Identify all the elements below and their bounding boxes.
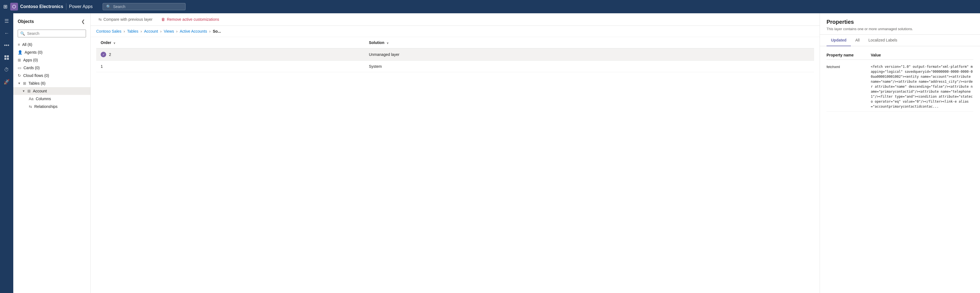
account-expand-icon: ▼ (22, 89, 25, 93)
compare-button[interactable]: ⇆ Compare with previous layer (96, 16, 154, 23)
objects-title: Objects (18, 19, 34, 24)
breadcrumb-tables[interactable]: Tables (127, 29, 138, 33)
properties-tabs: Updated All Localized Labels (820, 35, 980, 46)
tree-label-tables: Tables (6) (29, 81, 86, 86)
cell-solution-unmanaged: Unmanaged layer (364, 48, 814, 61)
search-container: 🔍 (13, 27, 91, 40)
table-row[interactable]: ✓ 2 Unmanaged layer (96, 48, 814, 61)
cell-order-1: 1 (96, 61, 364, 72)
breadcrumb-sep-5: › (209, 29, 211, 33)
properties-panel: Properties This layer contains one or mo… (819, 13, 980, 293)
objects-tree: ≡ All (6) 👤 Agents (0) ⊞ Apps (0) ▭ Card… (13, 40, 91, 293)
tree-item-account[interactable]: ▼ ⊞ Account (13, 87, 91, 95)
solution-sort-icon: ∨ (387, 41, 388, 45)
breadcrumb: Contoso Sales › Tables › Account › Views… (91, 26, 819, 37)
tab-localized-labels[interactable]: Localized Labels (864, 35, 902, 46)
tree-item-tables[interactable]: ▼ ⊞ Tables (6) (13, 80, 91, 87)
col-header-order[interactable]: Order ∨ (96, 37, 364, 48)
sidebar-history[interactable]: ⏱ (1, 64, 12, 75)
prop-name-fetchxml: fetchxml (827, 64, 871, 69)
icon-sidebar: ☰ ← ••• ⏱ 🚀 (0, 13, 13, 293)
top-bar-left: ⊞ Contoso Electronics Power Apps (3, 3, 92, 11)
objects-panel: Objects ❮ 🔍 ≡ All (6) 👤 Agents (0) (13, 13, 91, 293)
svg-rect-3 (7, 55, 9, 57)
list-icon: ≡ (18, 42, 20, 47)
search-icon: 🔍 (20, 31, 25, 36)
tree-label-columns: Columns (36, 97, 86, 101)
remove-button[interactable]: 🗑 Remove active customizations (159, 16, 221, 23)
breadcrumb-account[interactable]: Account (144, 29, 158, 33)
breadcrumb-active-accounts[interactable]: Active Accounts (180, 29, 207, 33)
tree-label-cloud-flows: Cloud flows (0) (23, 73, 86, 78)
breadcrumb-sep-2: › (140, 29, 142, 33)
search-input-box[interactable]: 🔍 (18, 30, 86, 37)
col-value: Value (871, 53, 974, 57)
selected-indicator: ✓ (101, 52, 106, 57)
center-panel: ⇆ Compare with previous layer 🗑 Remove a… (91, 13, 819, 293)
breadcrumb-current: So... (213, 29, 221, 33)
tree-item-columns[interactable]: Aa Columns (13, 95, 91, 103)
tree-label-cards: Cards (0) (24, 65, 86, 70)
waffle-icon[interactable]: ⊞ (3, 3, 8, 10)
col-header-solution[interactable]: Solution ∨ (364, 37, 814, 48)
solutions-table: Order ∨ Solution ∨ ✓ 2 (96, 37, 814, 72)
sidebar-hamburger[interactable]: ☰ (1, 16, 12, 27)
entity-icon (4, 55, 9, 60)
tab-updated[interactable]: Updated (827, 35, 851, 46)
prop-table: Property name Value fetchxml <fetch vers… (827, 51, 974, 111)
svg-rect-5 (7, 58, 9, 60)
agents-icon: 👤 (18, 50, 22, 54)
main-content: ☰ ← ••• ⏱ 🚀 Objects ❮ 🔍 (0, 13, 980, 293)
prop-table-header: Property name Value (827, 51, 974, 60)
tree-label-apps: Apps (0) (23, 58, 86, 62)
tree-label-agents: Agents (0) (25, 50, 86, 54)
cell-order-2: ✓ 2 (96, 48, 364, 61)
logo-svg (12, 4, 17, 9)
cards-icon: ▭ (18, 65, 21, 70)
top-search-input[interactable] (113, 5, 169, 9)
sidebar-dots[interactable]: ••• (1, 40, 12, 51)
account-table-icon: ⊞ (27, 89, 31, 93)
tables-expand-icon: ▼ (18, 81, 21, 85)
sidebar-back[interactable]: ← (1, 28, 12, 39)
table-row[interactable]: 1 System (96, 61, 814, 72)
properties-subtitle: This layer contains one or more unmanage… (827, 27, 974, 31)
tree-item-relationships[interactable]: ⇆ Relationships (13, 103, 91, 110)
app-logo-icon (10, 3, 18, 11)
properties-header: Properties This layer contains one or mo… (820, 13, 980, 35)
table-container: Order ∨ Solution ∨ ✓ 2 (91, 37, 819, 293)
columns-icon: Aa (29, 97, 33, 101)
top-search-bar[interactable]: 🔍 (103, 3, 186, 10)
tree-label-relationships: Relationships (34, 104, 86, 109)
breadcrumb-contoso-sales[interactable]: Contoso Sales (96, 29, 121, 33)
apps-icon: ⊞ (18, 58, 21, 62)
order-value-2: 2 (109, 52, 111, 57)
breadcrumb-sep-1: › (124, 29, 125, 33)
app-name: Contoso Electronics (20, 4, 63, 9)
tree-item-agents[interactable]: 👤 Agents (0) (13, 48, 91, 56)
remove-icon: 🗑 (161, 17, 165, 22)
prop-value-fetchxml: <fetch version="1.0" output-format="xml-… (871, 64, 974, 109)
prop-row-fetchxml: fetchxml <fetch version="1.0" output-for… (827, 62, 974, 111)
tree-item-cards[interactable]: ▭ Cards (0) (13, 64, 91, 72)
tree-label-all: All (6) (22, 42, 86, 47)
collapse-button[interactable]: ❮ (80, 18, 86, 25)
compare-label: Compare with previous layer (103, 17, 153, 22)
sidebar-rocket[interactable]: 🚀 (1, 76, 12, 88)
remove-label: Remove active customizations (167, 17, 219, 22)
objects-search-input[interactable] (27, 31, 84, 36)
power-apps-label: Power Apps (69, 4, 92, 9)
order-sort-icon: ∨ (113, 41, 115, 45)
sidebar-entity[interactable] (1, 52, 12, 63)
breadcrumb-sep-3: › (160, 29, 161, 33)
breadcrumb-views[interactable]: Views (164, 29, 174, 33)
svg-rect-2 (5, 55, 6, 57)
properties-title: Properties (827, 19, 974, 25)
relationships-icon: ⇆ (29, 104, 32, 109)
search-icon-top: 🔍 (106, 5, 111, 9)
tree-item-cloud-flows[interactable]: ↻ Cloud flows (0) (13, 72, 91, 80)
tree-item-apps[interactable]: ⊞ Apps (0) (13, 56, 91, 64)
tab-all[interactable]: All (851, 35, 864, 46)
tree-item-all[interactable]: ≡ All (6) (13, 41, 91, 48)
breadcrumb-sep-4: › (176, 29, 178, 33)
